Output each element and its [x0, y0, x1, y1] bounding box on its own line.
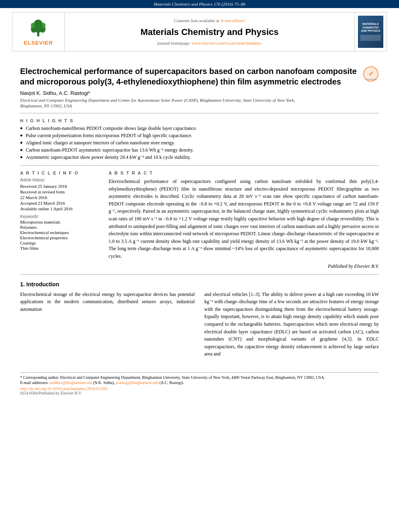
svg-text:✓: ✓	[368, 70, 374, 77]
affiliation-2: Binghamton, NY 13902, USA	[20, 103, 379, 108]
introduction-section: 1. Introduction Electrochemical storage …	[20, 281, 379, 358]
header-section: ELSEVIER Contents lists available at Sci…	[12, 12, 387, 51]
journal-homepage-line: journal homepage: www.elsevier.com/locat…	[157, 41, 262, 45]
article-info-header: A R T I C L E I N F O	[20, 170, 101, 175]
cover-lines	[360, 35, 382, 41]
online-date: Available online 1 April 2016	[20, 206, 101, 211]
highlight-item-3: Aligned ionic charges at nanopore interi…	[20, 140, 379, 146]
cover-title: MATERIALS CHEMISTRY AND PHYSICS	[360, 23, 382, 33]
intro-number: 1.	[20, 281, 27, 288]
keyword-4: Electrochemical properties	[20, 235, 101, 240]
keyword-2: Polymers	[20, 225, 101, 230]
highlight-item-1: Carbon nanofoam-nanofibrous PEDOT compos…	[20, 125, 379, 131]
journal-cover-area: MATERIALS CHEMISTRY AND PHYSICS	[354, 12, 387, 51]
journal-cover: MATERIALS CHEMISTRY AND PHYSICS	[358, 16, 383, 48]
issn-line: 0254-0584/Published by Elsevier B.V.	[20, 391, 379, 395]
intro-col-1: Electrochemical storage of the electrica…	[20, 291, 195, 358]
keyword-3: Electrochemical techniques	[20, 230, 101, 235]
doi-line: http://dx.doi.org/10.1016/j.matchemphys.…	[20, 386, 379, 391]
keyword-5: Coatings	[20, 240, 101, 245]
divider-1	[20, 113, 379, 113]
journal-bar: Materials Chemistry and Physics 176 (201…	[0, 0, 399, 8]
header-center: Contents lists available at ScienceDirec…	[65, 12, 354, 51]
page: Materials Chemistry and Physics 176 (201…	[0, 0, 399, 532]
revised-label: Received in revised form	[20, 189, 101, 194]
email2-person: (A.C. Rastogi).	[159, 380, 184, 385]
elsevier-tree-icon	[26, 18, 50, 38]
svg-point-5	[42, 23, 46, 28]
divider-2	[20, 165, 379, 166]
accepted-date: Accepted 23 March 2016	[20, 201, 101, 205]
journal-url[interactable]: www.elsevier.com/locate/matchemphys	[191, 41, 262, 45]
doi-link[interactable]: http://dx.doi.org/10.1016/j.matchemphys.…	[20, 386, 107, 391]
contents-label: Contents lists available at	[174, 18, 219, 23]
journal-title: Materials Chemistry and Physics	[140, 27, 279, 37]
highlight-item-4: Carbon nanofoam-PEDOT asymmetric superca…	[20, 147, 379, 153]
divider-3	[20, 274, 379, 275]
sciencedirect-link[interactable]: ScienceDirect	[220, 18, 245, 23]
svg-text:CrossMark: CrossMark	[365, 78, 377, 80]
affiliation-1: Electrical and Computer Engineering Depa…	[20, 98, 379, 103]
revised-date: 22 March 2016	[20, 195, 101, 200]
email1-link[interactable]: nsidhu1@binghamton.edu	[49, 380, 92, 385]
corresponding-text: * Corresponding author. Electrical and C…	[20, 375, 325, 380]
intro-text-1: Electrochemical storage of the electrica…	[20, 291, 195, 313]
abstract-label: A B S T R A C T	[109, 170, 379, 175]
keyword-1: Microporous materials	[20, 220, 101, 224]
received-date: Received 25 January 2016	[20, 184, 101, 189]
highlight-item-2: Pulse current polymerization forms micro…	[20, 133, 379, 139]
published-by: Published by Elsevier B.V.	[109, 263, 379, 269]
article-title-section: Electrochemical performance of supercapa…	[20, 66, 379, 87]
footer: * Corresponding author. Electrical and C…	[20, 372, 379, 395]
authors: Navjot K. Sidhu, A.C. Rastogi*	[20, 90, 379, 96]
abstract-text: Electrochemical performance of supercapa…	[109, 178, 379, 260]
main-content: Electrochemical performance of supercapa…	[0, 55, 399, 366]
history-label: Article history:	[20, 178, 101, 182]
crossmark-icon: ✓ CrossMark	[363, 66, 379, 82]
homepage-label: journal homepage:	[157, 41, 190, 45]
email-label: E-mail addresses:	[20, 380, 49, 385]
elsevier-logo-area: ELSEVIER	[12, 12, 65, 51]
intro-col-2: and electrical vehicles [1–3]. The abili…	[204, 291, 379, 358]
highlight-item-5: Asymmetric supercapacitor show power den…	[20, 154, 379, 160]
corresponding-footnote: * Corresponding author. Electrical and C…	[20, 375, 379, 380]
authors-text: Navjot K. Sidhu, A.C. Rastogi*	[20, 90, 90, 96]
abstract-col: A B S T R A C T Electrochemical performa…	[109, 170, 379, 269]
article-info-col: A R T I C L E I N F O Article history: R…	[20, 170, 101, 269]
elsevier-label: ELSEVIER	[24, 40, 53, 46]
intro-title: Introduction	[27, 281, 60, 288]
email1-person: (N.K. Sidhu),	[93, 380, 115, 385]
email-footnote: E-mail addresses: nsidhu1@binghamton.edu…	[20, 380, 379, 385]
email2-link[interactable]: arastogi@binghamton.edu	[116, 380, 158, 385]
intro-section-title: 1. Introduction	[20, 281, 379, 288]
highlights-list: Carbon nanofoam-nanofibrous PEDOT compos…	[20, 125, 379, 160]
contents-line: Contents lists available at ScienceDirec…	[174, 18, 245, 23]
highlights-header: H I G H L I G H T S	[20, 118, 379, 123]
article-title: Electrochemical performance of supercapa…	[20, 66, 359, 87]
intro-text-2: and electrical vehicles [1–3]. The abili…	[204, 291, 379, 358]
keyword-6: Thin films	[20, 246, 101, 251]
svg-point-4	[31, 23, 35, 28]
journal-bar-text: Materials Chemistry and Physics 176 (201…	[154, 2, 245, 6]
elsevier-logo: ELSEVIER	[24, 18, 53, 46]
keywords-label: Keywords:	[20, 214, 101, 219]
intro-body-cols: Electrochemical storage of the electrica…	[20, 291, 379, 358]
article-info-abstract-section: A R T I C L E I N F O Article history: R…	[20, 170, 379, 269]
